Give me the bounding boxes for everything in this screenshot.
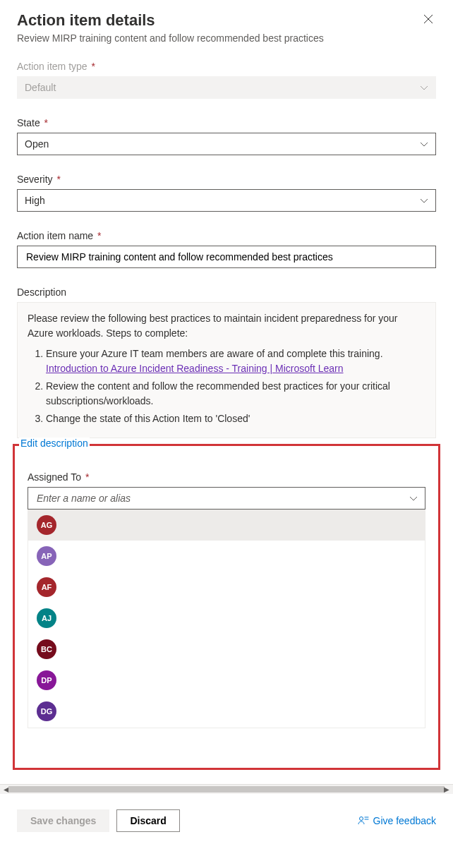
type-label: Action item type * xyxy=(17,61,436,72)
chevron-down-icon xyxy=(420,195,428,206)
people-dropdown-list[interactable]: AGAPAFAJBCDPDG xyxy=(28,510,425,728)
people-option[interactable]: AP xyxy=(28,541,425,572)
avatar: AG xyxy=(37,515,56,535)
people-option[interactable]: DG xyxy=(28,696,425,727)
description-box: Please review the following best practic… xyxy=(17,302,436,438)
training-link[interactable]: Introduction to Azure Incident Readiness… xyxy=(46,363,344,374)
type-dropdown: Default xyxy=(17,76,436,99)
description-step: Review the content and follow the recomm… xyxy=(46,379,425,409)
save-button[interactable]: Save changes xyxy=(17,809,109,832)
description-step: Change the state of this Action Item to … xyxy=(46,411,425,426)
close-button[interactable] xyxy=(421,11,436,30)
type-value: Default xyxy=(25,82,56,93)
feedback-link[interactable]: Give feedback xyxy=(358,815,437,826)
chevron-down-icon xyxy=(409,493,418,504)
avatar: DP xyxy=(37,670,56,690)
assigned-input[interactable] xyxy=(35,492,402,505)
severity-label: Severity * xyxy=(17,174,436,185)
page-title: Action item details xyxy=(17,11,155,30)
avatar: DG xyxy=(37,701,56,721)
people-option[interactable]: AJ xyxy=(28,603,425,634)
avatar: BC xyxy=(37,639,56,659)
scroll-right-arrow[interactable]: ▶ xyxy=(440,785,453,794)
name-input-wrap[interactable] xyxy=(17,246,436,268)
assigned-label: Assigned To * xyxy=(28,471,425,483)
discard-button[interactable]: Discard xyxy=(116,809,179,832)
svg-point-0 xyxy=(359,817,363,821)
avatar: AJ xyxy=(37,608,56,628)
severity-dropdown[interactable]: High xyxy=(17,189,436,212)
state-dropdown[interactable]: Open xyxy=(17,133,436,155)
horizontal-scrollbar[interactable]: ◀ ▶ xyxy=(0,784,453,794)
avatar: AF xyxy=(37,577,56,597)
description-step: Ensure your Azure IT team members are aw… xyxy=(46,346,425,376)
description-label: Description xyxy=(17,287,436,298)
avatar: AP xyxy=(37,546,56,566)
people-option[interactable]: DP xyxy=(28,665,425,696)
people-option[interactable]: AG xyxy=(28,510,425,541)
chevron-down-icon xyxy=(420,138,428,150)
severity-value: High xyxy=(25,195,45,206)
assigned-combobox[interactable] xyxy=(28,487,425,510)
name-label: Action item name * xyxy=(17,230,436,241)
chevron-down-icon xyxy=(420,82,428,93)
scrollbar-thumb[interactable] xyxy=(8,786,445,792)
name-input[interactable] xyxy=(25,251,413,263)
people-option[interactable]: AF xyxy=(28,572,425,603)
edit-description-link[interactable]: Edit description xyxy=(19,438,90,449)
state-label: State * xyxy=(17,117,436,128)
people-option[interactable]: BC xyxy=(28,634,425,665)
description-intro: Please review the following best practic… xyxy=(28,311,425,341)
people-option[interactable] xyxy=(28,727,425,728)
assigned-to-highlight: Edit description Assigned To * AGAPAFAJB… xyxy=(13,444,440,770)
close-icon xyxy=(423,14,433,24)
feedback-icon xyxy=(358,815,369,826)
page-subtitle: Review MIRP training content and follow … xyxy=(17,32,436,44)
state-value: Open xyxy=(25,138,49,150)
